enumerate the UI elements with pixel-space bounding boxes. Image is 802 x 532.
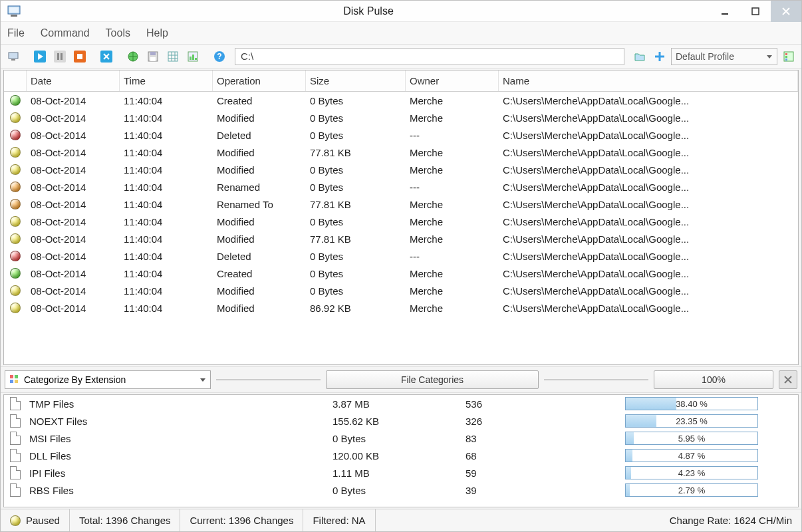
monitor-icon[interactable]: [5, 48, 22, 65]
col-name[interactable]: Name: [499, 70, 798, 91]
percent-bar: 38.40 %: [625, 397, 758, 410]
table-row[interactable]: 08-Oct-201411:40:04Modified0 BytesMerche…: [4, 213, 798, 230]
menu-command[interactable]: Command: [41, 27, 90, 39]
status-ball-icon: [10, 268, 21, 279]
categorize-label: Categorize By Extension: [24, 374, 126, 385]
table-row[interactable]: 08-Oct-201411:40:04Modified86.92 KBMerch…: [4, 299, 798, 317]
cell-operation: Modified: [213, 216, 306, 227]
panel-close-button[interactable]: [779, 370, 797, 389]
file-categories-button[interactable]: File Categories: [326, 370, 539, 389]
profile-select[interactable]: Default Profile: [671, 48, 777, 65]
table-row[interactable]: 08-Oct-201411:40:04Deleted0 Bytes---C:\U…: [4, 126, 798, 144]
category-row[interactable]: RBS Files0 Bytes392.79 %: [4, 481, 798, 499]
options-icon[interactable]: [780, 48, 797, 65]
cell-date: 08-Oct-2014: [27, 268, 120, 279]
svg-rect-23: [168, 52, 178, 61]
cell-owner: Merche: [406, 147, 499, 158]
status-ball-icon: [10, 251, 21, 261]
svg-rect-4: [752, 8, 759, 15]
categorize-select[interactable]: Categorize By Extension: [5, 370, 211, 389]
status-ball-icon: [10, 164, 21, 175]
cell-date: 08-Oct-2014: [27, 112, 120, 124]
cell-time: 11:40:04: [120, 285, 213, 297]
cell-time: 11:40:04: [120, 130, 213, 141]
percent-bar: 4.23 %: [625, 466, 758, 479]
close-button[interactable]: [771, 1, 801, 22]
cell-operation: Modified: [213, 164, 306, 176]
cell-date: 08-Oct-2014: [27, 285, 120, 297]
app-icon: [6, 3, 22, 19]
table-row[interactable]: 08-Oct-201411:40:04Renamed0 Bytes---C:\U…: [4, 178, 798, 196]
cell-operation: Deleted: [213, 130, 306, 141]
svg-rect-31: [195, 58, 197, 60]
svg-rect-39: [10, 375, 13, 378]
delete-icon[interactable]: [98, 48, 115, 65]
cat-name: MSI Files: [27, 433, 333, 444]
menu-help[interactable]: Help: [146, 27, 168, 39]
add-icon[interactable]: [651, 48, 668, 65]
svg-rect-1: [11, 15, 17, 17]
table-row[interactable]: 08-Oct-201411:40:04Deleted0 Bytes---C:\U…: [4, 247, 798, 265]
menubar: File Command Tools Help: [1, 22, 801, 45]
menu-file[interactable]: File: [7, 27, 25, 39]
stop-button[interactable]: [71, 48, 88, 65]
table-row[interactable]: 08-Oct-201411:40:04Renamed To77.81 KBMer…: [4, 196, 798, 213]
table-row[interactable]: 08-Oct-201411:40:04Modified0 BytesMerche…: [4, 109, 798, 126]
table-row[interactable]: 08-Oct-201411:40:04Modified0 BytesMerche…: [4, 282, 798, 299]
cell-size: 0 Bytes: [306, 182, 406, 193]
chevron-down-icon: [200, 376, 206, 383]
cell-name: C:\Users\Merche\AppData\Local\Google...: [499, 182, 798, 193]
menu-tools[interactable]: Tools: [106, 27, 130, 39]
chart-icon[interactable]: [184, 48, 201, 65]
cell-size: 0 Bytes: [306, 216, 406, 227]
cat-name: IPI Files: [27, 467, 333, 479]
cell-date: 08-Oct-2014: [27, 216, 120, 227]
svg-rect-41: [10, 380, 13, 383]
col-date[interactable]: Date: [27, 70, 120, 91]
globe-icon[interactable]: [124, 48, 142, 65]
maximize-button[interactable]: [740, 1, 771, 22]
percent-button[interactable]: 100%: [654, 370, 773, 389]
svg-rect-12: [57, 53, 59, 60]
status-ball-icon: [10, 233, 21, 244]
category-row[interactable]: MSI Files0 Bytes835.95 %: [4, 430, 798, 447]
category-row[interactable]: NOEXT Files155.62 KB32623.35 %: [4, 412, 798, 430]
table-row[interactable]: 08-Oct-201411:40:04Created0 BytesMercheC…: [4, 92, 798, 109]
status-ball-icon: [10, 112, 21, 123]
table-row[interactable]: 08-Oct-201411:40:04Modified0 BytesMerche…: [4, 161, 798, 178]
col-time[interactable]: Time: [120, 70, 213, 91]
cell-time: 11:40:04: [120, 182, 213, 193]
cell-owner: Merche: [406, 303, 499, 314]
cat-size: 0 Bytes: [333, 433, 466, 444]
table-row[interactable]: 08-Oct-201411:40:04Modified77.81 KBMerch…: [4, 230, 798, 247]
file-icon: [10, 483, 21, 497]
grid-icon[interactable]: [164, 48, 182, 65]
svg-rect-2: [9, 7, 19, 13]
table-row[interactable]: 08-Oct-201411:40:04Modified77.81 KBMerch…: [4, 144, 798, 161]
svg-rect-30: [192, 55, 194, 60]
pause-button[interactable]: [51, 48, 68, 65]
cat-name: TMP Files: [27, 398, 333, 410]
cell-size: 0 Bytes: [306, 112, 406, 124]
cell-size: 0 Bytes: [306, 285, 406, 297]
category-row[interactable]: DLL Files120.00 KB684.87 %: [4, 447, 798, 464]
help-icon[interactable]: ?: [211, 48, 228, 65]
category-row[interactable]: IPI Files1.11 MB594.23 %: [4, 464, 798, 481]
category-row[interactable]: TMP Files3.87 MB53638.40 %: [4, 395, 798, 412]
status-state: Paused: [26, 515, 60, 526]
minimize-button[interactable]: [710, 1, 740, 22]
col-size[interactable]: Size: [306, 70, 406, 91]
col-owner[interactable]: Owner: [406, 70, 499, 91]
save-icon[interactable]: [144, 48, 162, 65]
categories-body[interactable]: TMP Files3.87 MB53638.40 %NOEXT Files155…: [4, 395, 798, 507]
percent-bar: 23.35 %: [625, 414, 758, 428]
col-operation[interactable]: Operation: [213, 70, 306, 91]
toolbar: ? Default Profile: [1, 45, 801, 68]
path-input[interactable]: [235, 48, 624, 65]
changes-table: Date Time Operation Size Owner Name 08-O…: [3, 70, 799, 365]
table-body[interactable]: 08-Oct-201411:40:04Created0 BytesMercheC…: [4, 92, 798, 364]
folder-icon[interactable]: [631, 48, 648, 65]
play-button[interactable]: [31, 48, 49, 65]
cell-name: C:\Users\Merche\AppData\Local\Google...: [499, 251, 798, 262]
table-row[interactable]: 08-Oct-201411:40:04Created0 BytesMercheC…: [4, 265, 798, 282]
